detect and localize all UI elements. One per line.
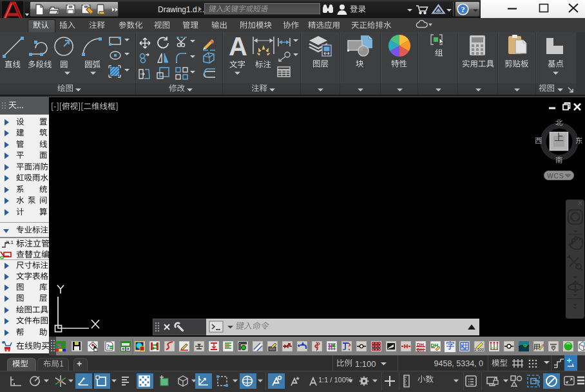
svg-text:?: ? — [106, 343, 110, 350]
svg-text:S: S — [57, 342, 61, 350]
svg-text:?: ? — [461, 5, 465, 14]
svg-text:JL1: JL1 — [5, 239, 14, 245]
svg-text:1:100: 1:100 — [474, 348, 484, 351]
